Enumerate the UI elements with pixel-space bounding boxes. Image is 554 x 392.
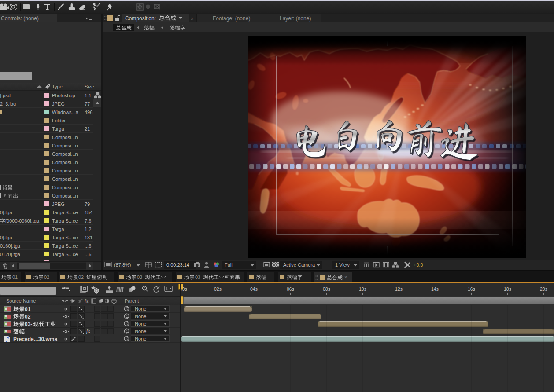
svg-text:fx: fx [85, 298, 89, 304]
